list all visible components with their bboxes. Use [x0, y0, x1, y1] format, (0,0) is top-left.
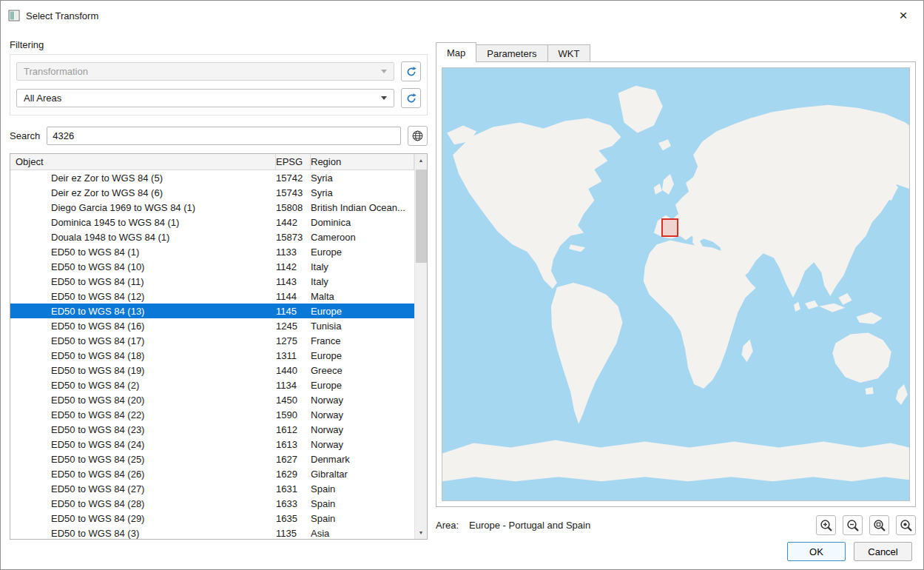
- table-row[interactable]: ED50 to WGS 84 (18) 1311 Europe: [10, 348, 414, 363]
- table-row[interactable]: ED50 to WGS 84 (24) 1613 Norway: [10, 437, 414, 452]
- cancel-button[interactable]: Cancel: [854, 542, 912, 561]
- row-epsg: 1133: [276, 247, 311, 258]
- row-region: Tunisia: [311, 321, 414, 332]
- row-object: Douala 1948 to WGS 84 (1): [10, 232, 276, 243]
- tab-wkt[interactable]: WKT: [547, 44, 591, 61]
- table-row[interactable]: ED50 to WGS 84 (17) 1275 France: [10, 333, 414, 348]
- row-region: Italy: [311, 276, 414, 287]
- row-region: Europe: [311, 350, 414, 361]
- row-object: ED50 to WGS 84 (10): [10, 261, 276, 272]
- row-region: Denmark: [311, 454, 414, 465]
- row-region: British Indian Ocean...: [311, 202, 414, 213]
- column-region[interactable]: Region: [311, 154, 414, 170]
- tab-parameters[interactable]: Parameters: [476, 44, 547, 61]
- column-object[interactable]: Object: [10, 154, 276, 170]
- table-row[interactable]: ED50 to WGS 84 (13) 1145 Europe: [10, 304, 414, 318]
- row-epsg: 15808: [276, 202, 311, 213]
- area-combo[interactable]: All Areas: [16, 89, 394, 107]
- close-icon[interactable]: ×: [891, 4, 916, 27]
- table-row[interactable]: ED50 to WGS 84 (25) 1627 Denmark: [10, 452, 414, 466]
- table-row[interactable]: ED50 to WGS 84 (29) 1635 Spain: [10, 511, 414, 526]
- table-row[interactable]: ED50 to WGS 84 (26) 1629 Gibraltar: [10, 466, 414, 481]
- row-region: Spain: [311, 483, 414, 494]
- table-header: Object EPSG Region: [10, 154, 427, 170]
- zoom-out-button[interactable]: [843, 515, 863, 535]
- row-region: Europe: [311, 380, 414, 391]
- tab-map[interactable]: Map: [436, 42, 476, 62]
- row-epsg: 15873: [276, 232, 311, 243]
- table-row[interactable]: ED50 to WGS 84 (16) 1245 Tunisia: [10, 318, 414, 333]
- table-row[interactable]: ED50 to WGS 84 (12) 1144 Malta: [10, 289, 414, 304]
- row-object: ED50 to WGS 84 (12): [10, 291, 276, 302]
- area-label: Area:: [436, 520, 459, 531]
- row-epsg: 1631: [276, 483, 311, 494]
- table-row[interactable]: ED50 to WGS 84 (22) 1590 Norway: [10, 407, 414, 422]
- table-row[interactable]: ED50 to WGS 84 (11) 1143 Italy: [10, 274, 414, 289]
- zoom-toolbar: [816, 515, 916, 535]
- column-epsg[interactable]: EPSG: [276, 154, 311, 170]
- row-object: ED50 to WGS 84 (16): [10, 321, 276, 332]
- table-row[interactable]: Diego Garcia 1969 to WGS 84 (1) 15808 Br…: [10, 200, 414, 215]
- row-object: ED50 to WGS 84 (28): [10, 498, 276, 509]
- row-object: ED50 to WGS 84 (22): [10, 409, 276, 420]
- row-object: Dominica 1945 to WGS 84 (1): [10, 217, 276, 228]
- row-object: ED50 to WGS 84 (27): [10, 483, 276, 494]
- row-epsg: 1612: [276, 424, 311, 435]
- table-row[interactable]: Deir ez Zor to WGS 84 (6) 15743 Syria: [10, 185, 414, 200]
- row-region: Cameroon: [311, 232, 414, 243]
- scroll-up-icon[interactable]: ▲: [415, 154, 427, 167]
- row-region: France: [311, 335, 414, 346]
- table-row[interactable]: ED50 to WGS 84 (1) 1133 Europe: [10, 244, 414, 259]
- transformation-combo[interactable]: Transformation: [16, 62, 394, 81]
- filtering-frame: Transformation All Areas: [10, 54, 428, 115]
- table-row[interactable]: ED50 to WGS 84 (19) 1440 Greece: [10, 363, 414, 378]
- row-region: Dominica: [311, 217, 414, 228]
- row-object: ED50 to WGS 84 (11): [10, 276, 276, 287]
- chevron-down-icon: [381, 70, 387, 73]
- table-row[interactable]: ED50 to WGS 84 (10) 1142 Italy: [10, 259, 414, 274]
- reset-area-button[interactable]: [401, 88, 421, 108]
- tab-bar: Map Parameters WKT: [436, 41, 916, 61]
- row-epsg: 1145: [276, 306, 311, 317]
- area-value: Europe - Portugal and Spain: [469, 520, 590, 531]
- table-row[interactable]: ED50 to WGS 84 (20) 1450 Norway: [10, 392, 414, 407]
- ok-button[interactable]: OK: [787, 542, 846, 561]
- row-epsg: 1442: [276, 217, 311, 228]
- row-region: Spain: [311, 498, 414, 509]
- search-input[interactable]: [47, 127, 401, 145]
- table-row[interactable]: ED50 to WGS 84 (2) 1134 Europe: [10, 378, 414, 392]
- area-row: Area: Europe - Portugal and Spain: [436, 515, 916, 535]
- row-epsg: 15742: [276, 172, 311, 184]
- row-object: Deir ez Zor to WGS 84 (6): [10, 187, 276, 198]
- row-epsg: 1275: [276, 335, 311, 346]
- scroll-down-icon[interactable]: ▼: [415, 526, 427, 539]
- row-region: Greece: [311, 365, 414, 376]
- row-epsg: 1143: [276, 276, 311, 287]
- table-row[interactable]: ED50 to WGS 84 (3) 1135 Asia: [10, 526, 414, 539]
- filtering-label: Filtering: [10, 39, 428, 50]
- map-panel: Map Parameters WKT: [436, 41, 916, 535]
- zoom-selection-button[interactable]: [869, 515, 889, 535]
- table-row[interactable]: Douala 1948 to WGS 84 (1) 15873 Cameroon: [10, 229, 414, 244]
- row-region: Gibraltar: [311, 469, 414, 480]
- table-row[interactable]: Dominica 1945 to WGS 84 (1) 1442 Dominic…: [10, 215, 414, 229]
- zoom-in-button[interactable]: [816, 515, 836, 535]
- table-row[interactable]: ED50 to WGS 84 (23) 1612 Norway: [10, 422, 414, 437]
- world-map[interactable]: [442, 67, 910, 501]
- area-combo-value: All Areas: [24, 93, 381, 104]
- row-object: Diego Garcia 1969 to WGS 84 (1): [10, 202, 276, 213]
- row-region: Asia: [311, 528, 414, 539]
- row-epsg: 1450: [276, 395, 311, 406]
- table-scrollbar[interactable]: ▲ ▼: [414, 154, 427, 539]
- scrollbar-thumb[interactable]: [416, 170, 427, 263]
- zoom-full-button[interactable]: [896, 515, 916, 535]
- row-object: ED50 to WGS 84 (3): [10, 528, 276, 539]
- row-epsg: 1245: [276, 321, 311, 332]
- reset-transformation-button[interactable]: [401, 61, 421, 81]
- table-row[interactable]: Deir ez Zor to WGS 84 (5) 15742 Syria: [10, 170, 414, 185]
- reset-icon: [405, 66, 417, 78]
- row-object: ED50 to WGS 84 (17): [10, 335, 276, 346]
- globe-button[interactable]: [408, 126, 428, 146]
- table-row[interactable]: ED50 to WGS 84 (28) 1633 Spain: [10, 496, 414, 511]
- table-row[interactable]: ED50 to WGS 84 (27) 1631 Spain: [10, 481, 414, 496]
